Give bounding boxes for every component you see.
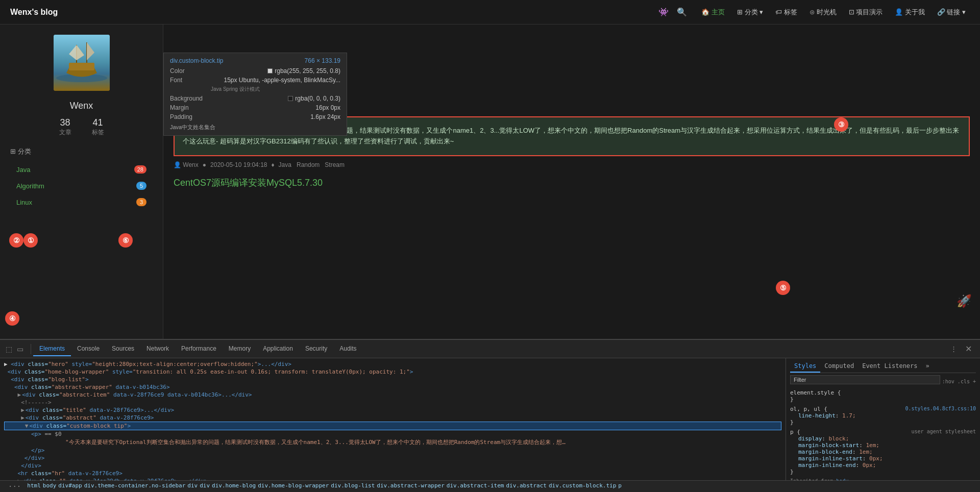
dom-line-6[interactable]: <!------> [4, 399, 781, 406]
breadcrumb-more-icon[interactable]: ··· [4, 482, 25, 490]
nav-about[interactable]: 👤 关于我 [891, 6, 929, 19]
site-brand[interactable]: Wenx's blog [10, 8, 58, 17]
more-options-icon[interactable]: ⋮ [946, 345, 961, 353]
alien-icon[interactable]: 👾 [658, 7, 669, 17]
nav-timeline[interactable]: ⊙ 时光机 [805, 6, 841, 19]
breadcrumb-div1[interactable]: div [187, 482, 198, 490]
dom-line-13[interactable]: </div> [4, 454, 781, 462]
svg-rect-2 [69, 63, 94, 70]
tab-application[interactable]: Application [257, 342, 299, 356]
expand-icon-1: ▶ [4, 361, 8, 367]
breadcrumb-theme[interactable]: div.theme-container.no-sidebar [84, 482, 186, 490]
tooltip-margin-value: 16px 0px [315, 104, 340, 111]
dom-panel[interactable]: ▶ <div class="hero" style="height:280px;… [0, 358, 786, 480]
breadcrumb-blog-list[interactable]: div.blog-list [331, 482, 375, 490]
tooltip-bg-value: rgba(0, 0, 0, 0.3) [288, 95, 340, 102]
search-icon[interactable]: 🔍 [677, 7, 687, 17]
dom-line-2[interactable]: <div class="home-blog-wrapper" style="tr… [4, 368, 781, 376]
category-linux[interactable]: Linux 3 [10, 194, 153, 210]
dom-line-10[interactable]: <p> == $0 [4, 430, 781, 438]
dom-line-4[interactable]: <div class="abstract-wrapper" data-v-b01… [4, 383, 781, 391]
page-title-hint: Java中文姓名集合 [170, 124, 340, 131]
post-meta: 👤 Wenx ● 2020-05-10 19:04:18 ♦ Java Rand… [174, 161, 970, 168]
dom-line-7[interactable]: ▶<div class="title" data-v-28f76ce9>...<… [4, 406, 781, 414]
tab-performance[interactable]: Performance [175, 342, 223, 356]
category-algorithm[interactable]: Algorithm 5 [10, 178, 153, 194]
tab-memory[interactable]: Memory [223, 342, 257, 356]
avatar-svg [54, 35, 110, 91]
breadcrumb-home-blog-wrapper[interactable]: div.home-blog-wrapper [258, 482, 329, 490]
nav-category[interactable]: ⊞ 分类 ▾ [733, 6, 767, 19]
category-algorithm-count: 5 [136, 182, 146, 190]
tab-styles[interactable]: Styles [790, 360, 820, 373]
tab-network[interactable]: Network [140, 342, 175, 356]
tab-computed[interactable]: Computed [820, 360, 858, 373]
nav-tags[interactable]: 🏷 标签 [771, 6, 801, 19]
articles-label: 文章 [59, 129, 71, 136]
close-devtools-button[interactable]: ✕ [961, 344, 976, 354]
breadcrumb-html[interactable]: html [27, 482, 41, 490]
tab-audits[interactable]: Audits [333, 342, 362, 356]
style-source-olpul[interactable]: 0.styles.04.8cf3.css:10 [905, 406, 976, 411]
breadcrumb-p[interactable]: p [618, 482, 622, 490]
category-java[interactable]: Java 28 [10, 161, 153, 178]
color-swatch-white [267, 68, 273, 73]
tooltip-padding-label: Padding [170, 113, 192, 120]
style-prop-margin-inline-start: margin-inline-start: 0px; [790, 455, 976, 462]
circle-5: ⑤ [776, 281, 790, 295]
dom-line-8[interactable]: ▶<div class="abstract" data-v-28f76ce9> [4, 414, 781, 422]
style-close-brace: } [790, 396, 976, 403]
breadcrumb-div2[interactable]: div [200, 482, 210, 490]
circle-4: ④ [5, 311, 19, 326]
dom-line-9[interactable]: ▼<div class="custom-block tip"> [4, 422, 781, 430]
dom-line-5[interactable]: ▶<div class="abstract-item" data-v-28f76… [4, 391, 781, 399]
tags-label: 标签 [92, 129, 104, 136]
style-prop-margin-block-end: margin-block-end: 1em; [790, 449, 976, 455]
style-prop-margin-inline-end: margin-inline-end: 0px; [790, 462, 976, 469]
stats: 38 文章 41 标签 [10, 117, 153, 137]
styles-filter-input[interactable] [790, 375, 940, 384]
color-swatch-dark [288, 96, 293, 101]
breadcrumb-app[interactable]: div#app [58, 482, 82, 490]
style-rule-p: p { user agent stylesheet display: block… [790, 429, 976, 475]
nav-links-menu[interactable]: 🔗 链接 ▾ [933, 6, 970, 19]
style-selector-element: element.style { [790, 389, 976, 396]
breadcrumb-body[interactable]: body [43, 482, 57, 490]
style-close-p: } [790, 469, 976, 475]
tooltip-font-label: Font [170, 77, 182, 84]
breadcrumb-abstract-wrapper[interactable]: div.abstract-wrapper [377, 482, 444, 490]
nav-icon-group: 👾 🔍 [658, 7, 687, 17]
dom-line-11[interactable]: "今天本来是要研究下Optional判断空集合和抛出异常的问题，结果测试时没有数… [4, 438, 566, 447]
breadcrumb-abstract[interactable]: div.abstract [506, 482, 546, 490]
dom-line-1[interactable]: ▶ <div class="hero" style="height:280px;… [4, 360, 781, 368]
tooltip-title: div.custom-block.tip 766 × 133.19 [170, 57, 340, 64]
filter-row: :hov .cls + [790, 375, 976, 387]
username: Wenx [10, 101, 153, 111]
style-source-p: user agent stylesheet [912, 429, 976, 434]
tags-hint: Java Spring 设计模式 [170, 86, 340, 93]
tab-sources[interactable]: Sources [106, 342, 140, 356]
device-toolbar-icon[interactable]: ▭ [15, 345, 24, 354]
breadcrumb-home-blog[interactable]: div.home-blog [212, 482, 256, 490]
inspect-element-icon[interactable]: ⬚ [4, 345, 13, 354]
nav-projects[interactable]: ⊡ 项目演示 [845, 6, 887, 19]
breadcrumb-abstract-item[interactable]: div.abstract-item [447, 482, 504, 490]
tab-separator [31, 344, 31, 354]
dom-line-3[interactable]: <div class="blog-list"> [4, 376, 781, 383]
dom-line-15[interactable]: <hr class="hr" data-v-28f76ce9> [4, 470, 781, 477]
next-post-title[interactable]: CentOS7源码编译安装MySQL5.7.30 [174, 177, 970, 189]
tab-elements[interactable]: Elements [33, 342, 71, 356]
rocket-icon: 🚀 [957, 294, 972, 308]
tags-count: 41 [92, 117, 104, 128]
tab-console[interactable]: Console [71, 342, 106, 356]
tab-event-listeners[interactable]: Event Listeners [858, 360, 921, 373]
dom-line-14[interactable]: </div> [4, 462, 781, 470]
nav-home[interactable]: 🏠 主页 [697, 6, 729, 19]
dom-line-12[interactable]: </p> [4, 447, 781, 454]
avatar-container [10, 35, 153, 92]
breadcrumb-custom-block-tip[interactable]: div.custom-block.tip [549, 482, 616, 490]
categories-title: ⊞ 分类 [10, 147, 153, 156]
tab-security[interactable]: Security [299, 342, 333, 356]
main-area: Wenx 38 文章 41 标签 ⊞ 分类 Java 28 Algorithm … [0, 24, 980, 339]
tab-more-styles[interactable]: » [922, 360, 934, 373]
